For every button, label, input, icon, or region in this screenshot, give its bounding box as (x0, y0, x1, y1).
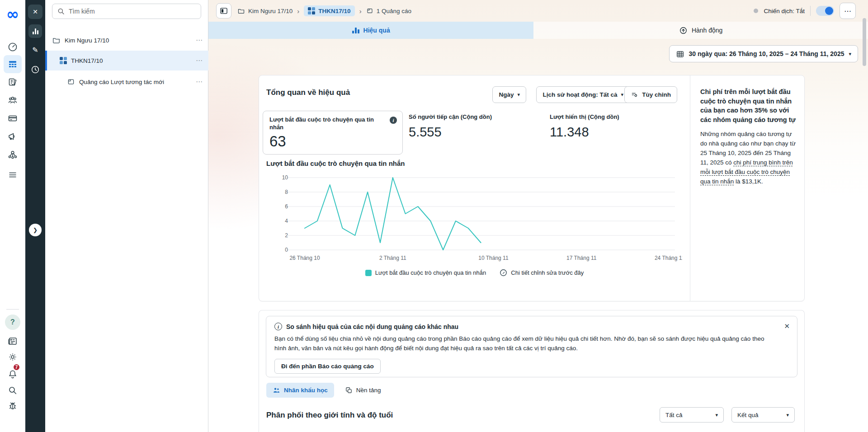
svg-text:10: 10 (282, 174, 288, 181)
adset-grid-icon (308, 7, 315, 14)
breakdown-tabs: Nhân khẩu học Nền tảng (266, 383, 387, 398)
performance-panel-icon[interactable] (28, 24, 42, 38)
svg-text:2: 2 (285, 232, 288, 239)
granularity-dropdown[interactable]: Ngày▾ (492, 86, 526, 103)
ads-icon[interactable] (4, 127, 22, 146)
svg-text:26 Tháng 10: 26 Tháng 10 (289, 255, 320, 261)
edit-pencil-icon[interactable]: ✎ (30, 44, 41, 55)
info-icon[interactable]: i (390, 117, 397, 124)
metric-impressions: Lượt hiển thị (Cộng dồn) 11.348 (550, 113, 619, 140)
settings-gear-icon[interactable] (4, 348, 22, 366)
tree-row-campaign[interactable]: Kim Ngưu 17/10 ⋯ (45, 33, 208, 48)
search-input-wrap[interactable] (52, 4, 201, 19)
breadcrumb-ad[interactable]: 1 Quảng cáo (366, 7, 411, 14)
date-range-button[interactable]: 30 ngày qua: 26 Tháng 10, 2025 – 24 Thán… (669, 45, 858, 62)
tab-actions[interactable]: Hành động (533, 22, 868, 39)
insight-panel: Chi phí trên mỗi lượt bắt đầu cuộc trò c… (690, 75, 805, 301)
breadcrumb-campaign[interactable]: Kim Ngưu 17/10 (237, 7, 292, 15)
date-range-label: 30 ngày qua: 26 Tháng 10, 2025 – 24 Thán… (689, 50, 844, 57)
row-menu-icon[interactable]: ⋯ (196, 56, 203, 65)
ads-reporting-icon[interactable] (4, 73, 22, 91)
tree-row-label: Quảng cáo Lượt tương tác mới (79, 79, 164, 85)
left-rail: ∞ ? (0, 0, 25, 432)
help-icon[interactable]: ? (5, 315, 20, 330)
billing-icon[interactable] (4, 109, 22, 127)
vertical-scrollbar[interactable] (863, 18, 866, 66)
tab-platform[interactable]: Nền tảng (339, 383, 387, 398)
campaigns-icon[interactable] (4, 55, 22, 73)
customize-button[interactable]: Tùy chỉnh (624, 86, 677, 103)
expand-panel-button[interactable]: ❯ (29, 224, 42, 236)
info-box-header: i So sánh hiệu quả của các nội dung quản… (274, 323, 789, 330)
svg-text:17 Tháng 11: 17 Tháng 11 (566, 255, 597, 261)
legend-series: Lượt bắt đầu cuộc trò chuyện qua tin nhắ… (365, 269, 486, 276)
chevron-right-icon: › (359, 7, 362, 15)
rail-divider (6, 309, 19, 310)
ads-manager-app: ∞ ? (0, 0, 868, 432)
ad-frame-icon (67, 78, 75, 86)
close-icon[interactable]: ✕ (28, 5, 42, 19)
campaign-toggle[interactable] (816, 6, 834, 16)
tree-row-adset-selected[interactable]: THKN17/10 ⋯ (45, 51, 208, 70)
svg-text:8: 8 (285, 189, 288, 195)
svg-text:4: 4 (285, 218, 288, 224)
sidebar-toggle-icon (219, 6, 228, 15)
account-overview-icon[interactable] (4, 38, 22, 56)
breadcrumb-bar: Kim Ngưu 17/10 › THKN17/10 › 1 Quảng cáo… (208, 0, 868, 22)
ad-frame-icon (366, 7, 373, 14)
tree-row-ad[interactable]: Quảng cáo Lượt tương tác mới ⋯ (45, 74, 208, 90)
meta-logo-icon[interactable]: ∞ (4, 6, 22, 22)
breakdowns-card: i So sánh hiệu quả của các nội dung quản… (259, 310, 805, 432)
chevron-right-icon: › (297, 7, 299, 15)
breadcrumb-adset-active[interactable]: THKN17/10 (304, 5, 354, 16)
activity-history-dropdown[interactable]: Lịch sử hoạt động: Tất cả▾ (536, 86, 630, 103)
collapse-sidebar-button[interactable] (216, 3, 231, 19)
folder-icon (237, 7, 245, 15)
svg-text:10 Tháng 11: 10 Tháng 11 (478, 255, 509, 261)
row-menu-icon[interactable]: ⋯ (196, 78, 203, 86)
row-menu-icon[interactable]: ⋯ (196, 36, 203, 44)
circle-up-arrow-icon (679, 26, 688, 35)
events-manager-icon[interactable] (4, 146, 22, 164)
history-clock-icon[interactable] (30, 64, 41, 75)
folder-icon (52, 36, 61, 45)
metric-value: 5.555 (409, 125, 492, 140)
audiences-icon[interactable] (4, 91, 22, 109)
tab-performance[interactable]: Hiệu quả (208, 22, 533, 39)
svg-text:6: 6 (285, 203, 288, 210)
main-content: Kim Ngưu 17/10 › THKN17/10 › 1 Quảng cáo… (208, 0, 868, 432)
svg-text:24 Tháng 11: 24 Tháng 11 (655, 255, 682, 261)
tree-row-label: Kim Ngưu 17/10 (65, 37, 109, 44)
insight-body: Những nhóm quảng cáo tương tự do nhà quả… (700, 130, 797, 187)
campaign-status-dot (754, 9, 758, 13)
metric-value: 63 (269, 133, 396, 150)
tab-demographics[interactable]: Nhân khẩu học (266, 383, 334, 398)
metric-label: Số người tiếp cận (Cộng dồn) (409, 113, 492, 121)
metric-filter-dropdown[interactable]: Kết quả▾ (731, 407, 795, 423)
all-tools-icon[interactable] (4, 166, 22, 184)
performance-overview-card: Tổng quan về hiệu quả Ngày▾ Lịch sử hoạt… (259, 75, 805, 301)
divider (810, 6, 811, 16)
search-input[interactable] (69, 8, 196, 15)
updates-icon[interactable] (4, 332, 22, 350)
gender-filter-dropdown[interactable]: Tất cả▾ (660, 407, 724, 423)
performance-line-chart: 024681026 Tháng 102 Tháng 1110 Tháng 111… (266, 171, 682, 264)
caret-down-icon: ▾ (849, 51, 851, 57)
svg-text:2 Tháng 11: 2 Tháng 11 (379, 255, 406, 261)
adset-grid-icon (60, 57, 67, 64)
edit-history-icon (500, 269, 507, 277)
dark-toolbar: ✕ ✎ ❯ (25, 0, 45, 432)
info-box-body: Bạn có thể dùng số liệu chia nhỏ về nội … (274, 334, 774, 353)
report-bug-icon[interactable] (4, 397, 22, 415)
close-icon[interactable]: ✕ (784, 322, 790, 330)
campaign-tree-panel: Kim Ngưu 17/10 ⋯ THKN17/10 ⋯ Quảng cáo L… (45, 0, 208, 432)
metric-card-conversations[interactable]: Lượt bắt đầu cuộc trò chuyện qua tin nhắ… (263, 111, 403, 155)
info-box-title: So sánh hiệu quả của các nội dung quảng … (286, 323, 458, 330)
chart-legend: Lượt bắt đầu cuộc trò chuyện qua tin nhắ… (259, 269, 690, 277)
go-to-ads-reporting-button[interactable]: Đi đến phần Báo cáo quảng cáo (274, 359, 381, 374)
creative-compare-info-box: i So sánh hiệu quả của các nội dung quản… (266, 316, 797, 377)
overview-left: Tổng quan về hiệu quả Ngày▾ Lịch sử hoạt… (259, 75, 690, 301)
more-options-button[interactable]: ⋯ (840, 3, 856, 19)
legend-edit-history[interactable]: Chi tiết chỉnh sửa trước đây (500, 269, 584, 277)
caret-down-icon: ▾ (517, 92, 520, 98)
